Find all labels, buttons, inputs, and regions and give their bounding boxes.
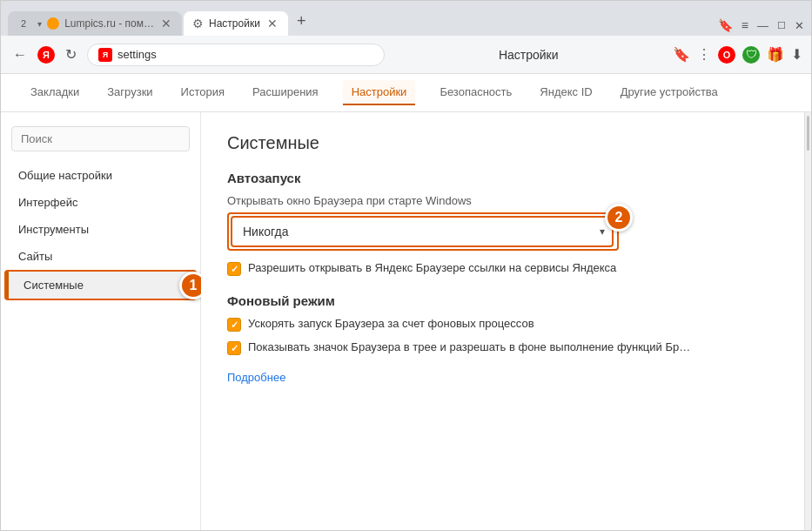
address-right-icons: 🔖 ⋮ O 🛡 🎁 ⬇: [673, 46, 802, 64]
shield-extension-icon[interactable]: 🛡: [742, 46, 760, 64]
tab-title-lumpics: Lumpics.ru - помощь с ко…: [64, 17, 154, 30]
bookmark-tabs-icon[interactable]: 🔖: [718, 18, 733, 32]
page-title-system: Системные: [227, 133, 778, 153]
address-text: settings: [117, 48, 373, 61]
nav-tab-downloads[interactable]: Загрузки: [104, 75, 156, 111]
new-tab-button[interactable]: +: [290, 10, 313, 32]
nav-tab-extensions[interactable]: Расширения: [249, 75, 322, 111]
sidebar-search-wrap[interactable]: [11, 126, 190, 151]
address-input[interactable]: Я settings: [87, 44, 385, 66]
checkbox-speed[interactable]: [227, 318, 241, 332]
tab-title-settings: Настройки: [209, 17, 260, 30]
sidebar-item-interface[interactable]: Интерфейс: [1, 189, 200, 216]
restore-icon[interactable]: ☐: [777, 20, 786, 31]
checkbox-yandex-links-row[interactable]: Разрешить открывать в Яндекс Браузере сс…: [227, 261, 778, 276]
checkbox-tray[interactable]: [227, 341, 241, 355]
autostart-select-wrap: Никогда Всегда Спрашивать ▾: [231, 216, 614, 247]
nav-tab-settings[interactable]: Настройки: [343, 80, 416, 105]
sidebar-item-tools[interactable]: Инструменты: [1, 216, 200, 243]
tab-number: 2: [17, 17, 30, 30]
page-title: Настройки: [392, 48, 667, 62]
sidebar-item-sites[interactable]: Сайты: [1, 243, 200, 270]
checkbox-yandex-links[interactable]: [227, 262, 241, 276]
checkbox-tray-label: Показывать значок Браузера в трее и разр…: [248, 340, 690, 353]
tab-chevron-icon[interactable]: ▾: [37, 19, 42, 29]
download-icon[interactable]: ⬇: [791, 46, 802, 63]
back-button[interactable]: ←: [10, 44, 30, 66]
autostart-select[interactable]: Никогда Всегда Спрашивать: [231, 216, 614, 247]
tab-favicon: [47, 17, 59, 30]
annotation-circle-2: 2: [605, 204, 633, 232]
autostart-heading: Автозапуск: [227, 171, 778, 185]
menu-icon[interactable]: ≡: [742, 18, 748, 32]
scrollbar[interactable]: [804, 112, 811, 530]
minimize-icon[interactable]: —: [757, 19, 768, 32]
checkbox-yandex-links-label: Разрешить открывать в Яндекс Браузере сс…: [248, 261, 616, 274]
nav-tab-yandex-id[interactable]: Яндекс ID: [536, 75, 595, 111]
tab-settings[interactable]: ⚙ Настройки ✕: [184, 11, 288, 36]
address-ya-icon: Я: [98, 48, 112, 62]
bookmark-icon[interactable]: 🔖: [673, 46, 690, 63]
checkbox-tray-row[interactable]: Показывать значок Браузера в трее и разр…: [227, 340, 778, 355]
settings-icon: ⚙: [192, 17, 204, 30]
sidebar-search-input[interactable]: [11, 126, 190, 151]
close-window-icon[interactable]: ✕: [795, 19, 804, 32]
nav-tab-other-devices[interactable]: Другие устройства: [617, 75, 721, 111]
more-link[interactable]: Подробнее: [227, 371, 285, 384]
nav-tab-history[interactable]: История: [178, 75, 228, 111]
refresh-button[interactable]: ↻: [62, 43, 80, 66]
sidebar-item-general[interactable]: Общие настройки: [1, 162, 200, 189]
sidebar: Общие настройки Интерфейс Инструменты Са…: [1, 112, 201, 530]
checkbox-speed-row[interactable]: Ускорять запуск Браузера за счет фоновых…: [227, 317, 778, 332]
background-heading: Фоновый режим: [227, 293, 778, 308]
tab-close-icon[interactable]: ✕: [159, 17, 173, 30]
background-section: Фоновый режим Ускорять запуск Браузера з…: [227, 293, 778, 385]
main-content: Общие настройки Интерфейс Инструменты Са…: [1, 112, 811, 530]
yandex-logo[interactable]: Я: [37, 46, 55, 64]
autostart-desc: Открывать окно Браузера при старте Windo…: [227, 194, 778, 207]
gift-extension-icon[interactable]: 🎁: [767, 46, 784, 63]
checkbox-speed-label: Ускорять запуск Браузера за счет фоновых…: [248, 317, 534, 330]
autostart-section: Автозапуск Открывать окно Браузера при с…: [227, 171, 778, 276]
nav-tabs: Закладки Загрузки История Расширения Нас…: [1, 74, 811, 112]
opera-extension-icon[interactable]: O: [718, 46, 735, 64]
sidebar-item-system[interactable]: Системные: [4, 270, 197, 300]
tab-close-settings-icon[interactable]: ✕: [265, 17, 279, 30]
nav-tab-bookmarks[interactable]: Закладки: [27, 75, 83, 111]
settings-content: Системные Автозапуск Открывать окно Брау…: [201, 112, 804, 530]
window-controls: 🔖 ≡ — ☐ ✕: [718, 18, 804, 36]
address-bar: ← Я ↻ Я settings Настройки 🔖 ⋮ O 🛡 🎁 ⬇: [1, 36, 811, 74]
tab-bar: 2 ▾ Lumpics.ru - помощь с ко… ✕ ⚙ Настро…: [1, 1, 811, 36]
tab-lumpics[interactable]: 2 ▾ Lumpics.ru - помощь с ко… ✕: [8, 11, 182, 36]
nav-tab-security[interactable]: Безопасность: [436, 75, 515, 111]
more-icon[interactable]: ⋮: [697, 46, 711, 63]
